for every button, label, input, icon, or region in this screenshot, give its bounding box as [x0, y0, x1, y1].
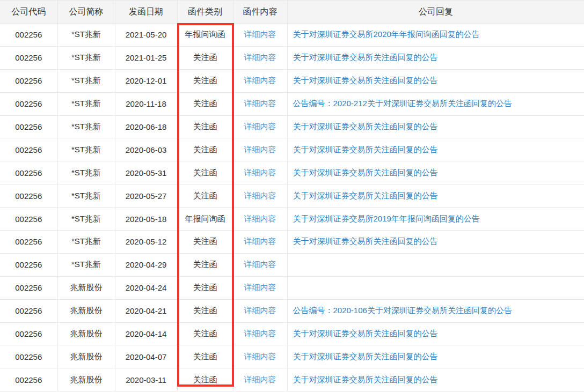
- cell-company-name: *ST兆新: [57, 92, 115, 115]
- cell-company-reply: 关于对深圳证券交易所关注函回复的公告: [287, 184, 584, 208]
- cell-company-name: 兆新股份: [57, 299, 115, 322]
- cell-letter-content: 详细内容: [233, 299, 287, 322]
- cell-letter-category: 关注函: [177, 276, 233, 299]
- cell-company-reply: 关于对深圳证券交易所2019年年报问询函回复的公告: [287, 208, 584, 231]
- detail-content-link[interactable]: 详细内容: [244, 53, 276, 62]
- company-reply-link[interactable]: 关于对深圳证券交易所关注函回复的公告: [293, 76, 438, 85]
- company-reply-link[interactable]: 关于对深圳证券交易所2020年年报问询函回复的公告: [293, 29, 480, 39]
- cell-company-code: 002256: [0, 208, 57, 231]
- cell-company-name: *ST兆新: [57, 69, 115, 92]
- table-row: 002256 兆新股份 2020-04-21 关注函 详细内容 公告编号：202…: [0, 299, 584, 322]
- cell-company-name: *ST兆新: [57, 24, 115, 47]
- company-reply-link[interactable]: 关于对深圳证券交易所2019年年报问询函回复的公告: [293, 214, 480, 223]
- detail-content-link[interactable]: 详细内容: [244, 375, 276, 384]
- cell-letter-date: 2020-11-18: [115, 92, 177, 115]
- cell-company-reply: 公告编号：2020-106关于对深圳证券交易所关注函回复的公告: [287, 299, 584, 322]
- detail-content-link[interactable]: 详细内容: [244, 352, 276, 361]
- detail-content-link[interactable]: 详细内容: [244, 145, 276, 154]
- cell-letter-category: 关注函: [177, 184, 233, 208]
- cell-letter-date: 2020-04-07: [115, 345, 177, 368]
- cell-letter-content: 详细内容: [233, 253, 287, 276]
- cell-company-code: 002256: [0, 24, 57, 47]
- table-body: 002256 *ST兆新 2021-05-20 年报问询函 详细内容 关于对深圳…: [0, 24, 584, 391]
- cell-letter-date: 2020-06-18: [115, 115, 177, 138]
- cell-letter-content: 详细内容: [233, 276, 287, 299]
- cell-company-code: 002256: [0, 115, 57, 138]
- company-reply-link[interactable]: 关于对深圳证券交易所关注函回复的公告: [293, 329, 438, 338]
- detail-content-link[interactable]: 详细内容: [244, 122, 276, 131]
- cell-company-reply: 关于对深圳证券交易所关注函回复的公告: [287, 161, 584, 184]
- cell-letter-content: 详细内容: [233, 115, 287, 138]
- company-reply-link[interactable]: 关于对深圳证券交易所关注函回复的公告: [293, 168, 438, 177]
- cell-company-name: *ST兆新: [57, 231, 115, 254]
- detail-content-link[interactable]: 详细内容: [244, 329, 276, 338]
- detail-content-link[interactable]: 详细内容: [244, 283, 276, 292]
- cell-company-code: 002256: [0, 46, 57, 69]
- inquiry-letters-table-container: 公司代码 公司简称 发函日期 函件类别 函件内容 公司回复 002256 *ST…: [0, 0, 584, 392]
- header-letter-date: 发函日期: [115, 1, 177, 24]
- cell-letter-date: 2020-04-24: [115, 276, 177, 299]
- company-reply-link[interactable]: 关于对深圳证券交易所关注函回复的公告: [293, 145, 438, 154]
- cell-company-reply: 公告编号：2020-212关于对深圳证券交易所关注函回复的公告: [287, 92, 584, 115]
- header-letter-content: 函件内容: [233, 1, 287, 24]
- cell-letter-content: 详细内容: [233, 368, 287, 391]
- cell-letter-category: 关注函: [177, 92, 233, 115]
- company-reply-link[interactable]: 关于对深圳证券交易所关注函回复的公告: [293, 122, 438, 131]
- company-reply-link[interactable]: 关于对深圳证券交易所关注函回复的公告: [293, 191, 438, 200]
- cell-letter-content: 详细内容: [233, 24, 287, 47]
- cell-letter-category: 关注函: [177, 161, 233, 184]
- cell-company-name: 兆新股份: [57, 368, 115, 391]
- table-row: 002256 *ST兆新 2020-05-18 年报问询函 详细内容 关于对深圳…: [0, 208, 584, 231]
- cell-company-code: 002256: [0, 276, 57, 299]
- cell-letter-date: 2020-06-03: [115, 138, 177, 161]
- header-company-name: 公司简称: [57, 1, 115, 24]
- company-reply-link[interactable]: 公告编号：2020-212关于对深圳证券交易所关注函回复的公告: [293, 99, 512, 108]
- cell-letter-date: 2021-01-25: [115, 46, 177, 69]
- cell-company-reply: 关于对深圳证券交易所关注函回复的公告: [287, 138, 584, 161]
- detail-content-link[interactable]: 详细内容: [244, 191, 276, 200]
- cell-letter-content: 详细内容: [233, 345, 287, 368]
- table-row: 002256 *ST兆新 2020-04-29 关注函 详细内容: [0, 253, 584, 276]
- detail-content-link[interactable]: 详细内容: [244, 214, 276, 223]
- table-row: 002256 兆新股份 2020-04-14 关注函 详细内容 关于对深圳证券交…: [0, 322, 584, 345]
- cell-letter-category: 关注函: [177, 299, 233, 322]
- cell-company-code: 002256: [0, 299, 57, 322]
- company-reply-link[interactable]: 关于对深圳证券交易所关注函回复的公告: [293, 352, 438, 361]
- cell-letter-category: 关注函: [177, 253, 233, 276]
- company-reply-link[interactable]: 关于对深圳证券交易所关注函回复的公告: [293, 53, 438, 62]
- detail-content-link[interactable]: 详细内容: [244, 236, 276, 246]
- company-reply-link[interactable]: 关于对深圳证券交易所关注函回复的公告: [293, 375, 438, 384]
- detail-content-link[interactable]: 详细内容: [244, 306, 276, 315]
- cell-letter-date: 2020-03-11: [115, 368, 177, 391]
- cell-letter-category: 关注函: [177, 115, 233, 138]
- cell-letter-content: 详细内容: [233, 46, 287, 69]
- cell-letter-content: 详细内容: [233, 138, 287, 161]
- detail-content-link[interactable]: 详细内容: [244, 260, 276, 269]
- cell-letter-date: 2020-04-14: [115, 322, 177, 345]
- detail-content-link[interactable]: 详细内容: [244, 29, 276, 39]
- company-reply-link[interactable]: 关于对深圳证券交易所关注函回复的公告: [293, 236, 438, 246]
- cell-letter-date: 2021-05-20: [115, 24, 177, 47]
- cell-letter-content: 详细内容: [233, 69, 287, 92]
- cell-letter-content: 详细内容: [233, 208, 287, 231]
- header-letter-category: 函件类别: [177, 1, 233, 24]
- detail-content-link[interactable]: 详细内容: [244, 99, 276, 108]
- cell-company-reply: 关于对深圳证券交易所关注函回复的公告: [287, 322, 584, 345]
- cell-letter-date: 2020-04-29: [115, 253, 177, 276]
- cell-letter-category: 关注函: [177, 231, 233, 254]
- cell-company-reply: 关于对深圳证券交易所关注函回复的公告: [287, 345, 584, 368]
- company-reply-link[interactable]: 公告编号：2020-106关于对深圳证券交易所关注函回复的公告: [293, 306, 512, 315]
- cell-letter-content: 详细内容: [233, 92, 287, 115]
- cell-company-name: *ST兆新: [57, 208, 115, 231]
- cell-company-name: *ST兆新: [57, 115, 115, 138]
- cell-company-reply: 关于对深圳证券交易所关注函回复的公告: [287, 46, 584, 69]
- cell-letter-date: 2020-05-18: [115, 208, 177, 231]
- detail-content-link[interactable]: 详细内容: [244, 168, 276, 177]
- header-company-reply: 公司回复: [287, 1, 584, 24]
- table-header: 公司代码 公司简称 发函日期 函件类别 函件内容 公司回复: [0, 1, 584, 24]
- detail-content-link[interactable]: 详细内容: [244, 76, 276, 85]
- table-row: 002256 *ST兆新 2020-06-03 关注函 详细内容 关于对深圳证券…: [0, 138, 584, 161]
- cell-company-reply: 关于对深圳证券交易所关注函回复的公告: [287, 115, 584, 138]
- table-row: 002256 兆新股份 2020-04-07 关注函 详细内容 关于对深圳证券交…: [0, 345, 584, 368]
- table-row: 002256 兆新股份 2020-03-11 关注函 详细内容 关于对深圳证券交…: [0, 368, 584, 391]
